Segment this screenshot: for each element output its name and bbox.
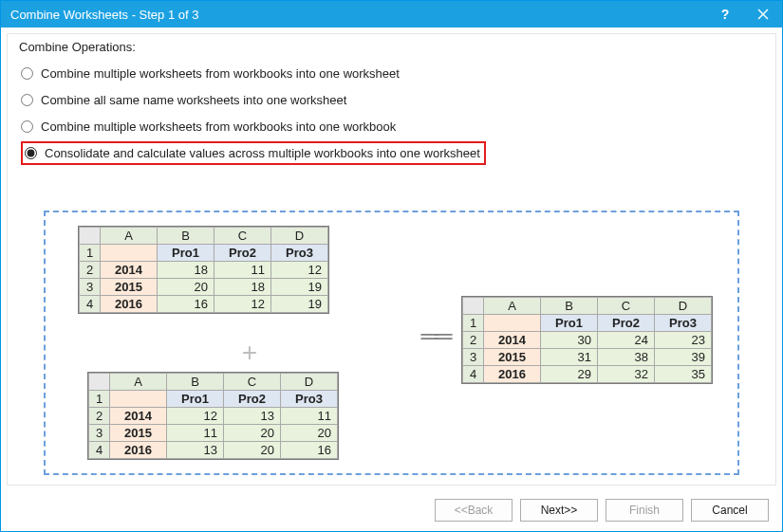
row-number: 3: [89, 425, 110, 442]
data-cell: 16: [158, 296, 214, 313]
data-cell: 20: [224, 442, 281, 459]
help-button[interactable]: ?: [706, 1, 744, 28]
row-label: 2015: [101, 279, 158, 296]
content-area: Combine Operations: Combine multiple wor…: [7, 33, 776, 486]
preview-panel: ABCD1Pro1Pro2Pro322014181112320152018194…: [44, 211, 739, 475]
data-cell: 16: [281, 442, 338, 459]
preview-table-result: ABCD1Pro1Pro2Pro322014302423320153138394…: [461, 296, 713, 384]
column-header: Pro2: [224, 391, 281, 408]
option-label-3[interactable]: Combine multiple worksheets from workboo…: [41, 119, 396, 134]
column-header: Pro2: [214, 245, 271, 262]
data-cell: 30: [541, 332, 598, 349]
col-letter: B: [158, 228, 214, 245]
col-letter: D: [281, 374, 338, 391]
close-button[interactable]: [744, 1, 782, 28]
col-letter: D: [271, 228, 328, 245]
data-cell: 12: [214, 296, 271, 313]
col-letter: C: [598, 298, 655, 315]
option-row-4[interactable]: Consolidate and calculate values across …: [21, 140, 764, 165]
col-letter: C: [214, 228, 271, 245]
data-cell: 12: [271, 262, 328, 279]
row-number: 3: [463, 349, 484, 366]
row-number: 4: [89, 442, 110, 459]
data-cell: 38: [598, 349, 655, 366]
col-letter: C: [224, 374, 281, 391]
data-cell: 32: [598, 366, 655, 383]
row-number: 2: [463, 332, 484, 349]
options-group: Combine multiple worksheets from workboo…: [8, 34, 775, 174]
data-cell: 31: [541, 349, 598, 366]
row-number: 1: [463, 315, 484, 332]
data-cell: 18: [158, 262, 214, 279]
table-corner: [80, 228, 101, 245]
table-corner: [89, 374, 110, 391]
row-number: 2: [80, 262, 101, 279]
row-number: 4: [80, 296, 101, 313]
blank-header: [110, 391, 167, 408]
wizard-footer: <<Back Next>> Finish Cancel: [1, 489, 782, 531]
option-row-2[interactable]: Combine all same name worksheets into on…: [21, 87, 764, 112]
selected-highlight-box: Consolidate and calculate values across …: [21, 141, 486, 165]
row-number: 3: [80, 279, 101, 296]
option-label-4[interactable]: Consolidate and calculate values across …: [45, 146, 480, 160]
data-cell: 24: [598, 332, 655, 349]
column-header: Pro2: [598, 315, 655, 332]
data-cell: 23: [655, 332, 712, 349]
blank-header: [101, 245, 158, 262]
data-cell: 20: [281, 425, 338, 442]
cancel-button[interactable]: Cancel: [691, 499, 769, 522]
data-cell: 13: [167, 442, 224, 459]
row-label: 2014: [110, 408, 167, 425]
column-header: Pro1: [167, 391, 224, 408]
data-cell: 11: [214, 262, 271, 279]
data-cell: 35: [655, 366, 712, 383]
column-header: Pro1: [158, 245, 214, 262]
col-letter: A: [110, 374, 167, 391]
table-corner: [463, 298, 484, 315]
data-cell: 20: [158, 279, 214, 296]
radio-consolidate-calculate[interactable]: [25, 147, 37, 159]
col-letter: D: [655, 298, 712, 315]
data-cell: 13: [224, 408, 281, 425]
section-label: Combine Operations:: [17, 40, 138, 54]
row-number: 1: [89, 391, 110, 408]
row-label: 2016: [484, 366, 541, 383]
row-number: 2: [89, 408, 110, 425]
row-label: 2014: [484, 332, 541, 349]
column-header: Pro3: [655, 315, 712, 332]
row-label: 2014: [101, 262, 158, 279]
row-label: 2015: [110, 425, 167, 442]
window-title: Combine Worksheets - Step 1 of 3: [10, 8, 706, 22]
plus-icon: +: [235, 338, 264, 368]
back-button[interactable]: <<Back: [435, 499, 513, 522]
data-cell: 29: [541, 366, 598, 383]
row-label: 2015: [484, 349, 541, 366]
option-label-1[interactable]: Combine multiple worksheets from workboo…: [41, 66, 400, 81]
next-button[interactable]: Next>>: [520, 499, 598, 522]
col-letter: B: [167, 374, 224, 391]
option-row-1[interactable]: Combine multiple worksheets from workboo…: [21, 61, 764, 85]
option-label-2[interactable]: Combine all same name worksheets into on…: [41, 93, 346, 107]
finish-button[interactable]: Finish: [606, 499, 683, 522]
equals-icon: ══: [416, 321, 454, 351]
row-label: 2016: [110, 442, 167, 459]
row-number: 4: [463, 366, 484, 383]
titlebar: Combine Worksheets - Step 1 of 3 ?: [1, 1, 782, 28]
option-row-3[interactable]: Combine multiple worksheets from workboo…: [21, 114, 764, 138]
column-header: Pro3: [271, 245, 328, 262]
data-cell: 11: [167, 425, 224, 442]
col-letter: A: [484, 298, 541, 315]
column-header: Pro1: [541, 315, 598, 332]
preview-table-input2: ABCD1Pro1Pro2Pro322014121311320151120204…: [87, 372, 339, 460]
col-letter: A: [101, 228, 158, 245]
row-label: 2016: [101, 296, 158, 313]
radio-combine-worksheets-one-sheet[interactable]: [21, 67, 33, 80]
radio-combine-same-name[interactable]: [21, 94, 33, 106]
data-cell: 11: [281, 408, 338, 425]
radio-combine-into-workbook[interactable]: [21, 120, 33, 133]
data-cell: 18: [214, 279, 271, 296]
data-cell: 39: [655, 349, 712, 366]
data-cell: 12: [167, 408, 224, 425]
col-letter: B: [541, 298, 598, 315]
row-number: 1: [80, 245, 101, 262]
